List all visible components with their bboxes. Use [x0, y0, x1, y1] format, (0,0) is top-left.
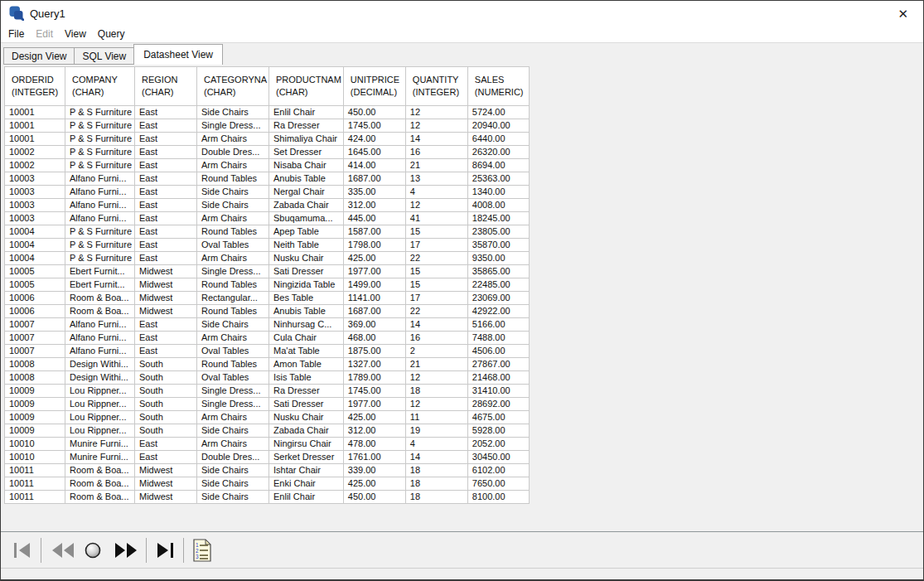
table-row[interactable]: 10009 Lou Rippner... South Single Dress.…: [5, 385, 530, 398]
table-row[interactable]: 10002 P & S Furniture East Arm Chairs Ni…: [5, 159, 530, 172]
cell-region[interactable]: Midwest: [135, 278, 197, 292]
cell-quantity[interactable]: 15: [405, 225, 467, 239]
cell-sales[interactable]: 28692.00: [467, 398, 529, 411]
cell-company[interactable]: Alfano Furni...: [65, 186, 135, 199]
cell-quantity[interactable]: 16: [405, 146, 467, 159]
cell-unitprice[interactable]: 1645.00: [343, 146, 405, 159]
cell-orderid[interactable]: 10006: [5, 292, 65, 305]
cell-quantity[interactable]: 18: [405, 477, 467, 491]
cell-productname[interactable]: Zabada Chair: [269, 199, 344, 212]
menu-file[interactable]: File: [2, 27, 30, 41]
cell-productname[interactable]: Shimaliya Chair: [269, 133, 344, 146]
cell-region[interactable]: South: [135, 371, 197, 385]
first-record-button[interactable]: [11, 540, 34, 560]
cell-orderid[interactable]: 10002: [5, 146, 65, 159]
cell-unitprice[interactable]: 1499.00: [343, 278, 405, 292]
table-row[interactable]: 10001 P & S Furniture East Single Dress.…: [5, 119, 530, 133]
cell-company[interactable]: Room & Boa...: [65, 464, 135, 477]
cell-company[interactable]: P & S Furniture: [65, 119, 135, 133]
menu-query[interactable]: Query: [92, 27, 131, 41]
cell-orderid[interactable]: 10001: [5, 119, 65, 133]
cell-sales[interactable]: 2052.00: [467, 438, 529, 451]
table-row[interactable]: 10010 Munire Furni... East Double Dres..…: [5, 451, 530, 464]
cell-unitprice[interactable]: 1875.00: [343, 345, 405, 358]
cell-region[interactable]: East: [135, 438, 197, 451]
cell-company[interactable]: Alfano Furni...: [65, 318, 135, 332]
cell-productname[interactable]: Nusku Chair: [269, 411, 344, 424]
cell-unitprice[interactable]: 1745.00: [343, 119, 405, 133]
cell-company[interactable]: Alfano Furni...: [65, 212, 135, 225]
cell-region[interactable]: East: [135, 199, 197, 212]
cell-unitprice[interactable]: 1745.00: [343, 385, 405, 398]
cell-quantity[interactable]: 4: [405, 186, 467, 199]
cell-company[interactable]: P & S Furniture: [65, 225, 135, 239]
cell-quantity[interactable]: 18: [405, 464, 467, 477]
cell-sales[interactable]: 26320.00: [467, 146, 529, 159]
cell-company[interactable]: Alfano Furni...: [65, 332, 135, 345]
table-row[interactable]: 10006 Room & Boa... Midwest Rectangular.…: [5, 292, 530, 305]
cell-unitprice[interactable]: 339.00: [343, 464, 405, 477]
cell-orderid[interactable]: 10008: [5, 358, 65, 371]
cell-company[interactable]: Ebert Furnit...: [65, 278, 135, 292]
cell-orderid[interactable]: 10011: [5, 464, 65, 477]
cell-region[interactable]: Midwest: [135, 464, 197, 477]
cell-company[interactable]: Room & Boa...: [65, 491, 135, 504]
cell-orderid[interactable]: 10001: [5, 106, 65, 119]
col-header-region[interactable]: REGION (CHAR): [135, 67, 197, 106]
cell-sales[interactable]: 5166.00: [467, 318, 529, 332]
cell-region[interactable]: Midwest: [135, 477, 197, 491]
cell-productname[interactable]: Sati Dresser: [269, 398, 344, 411]
cell-categoryname[interactable]: Side Chairs: [197, 491, 269, 504]
cell-categoryname[interactable]: Round Tables: [197, 225, 269, 239]
cell-region[interactable]: East: [135, 345, 197, 358]
cell-quantity[interactable]: 14: [405, 133, 467, 146]
cell-categoryname[interactable]: Arm Chairs: [197, 212, 269, 225]
cell-sales[interactable]: 1340.00: [467, 186, 529, 199]
cell-sales[interactable]: 23805.00: [467, 225, 529, 239]
cell-productname[interactable]: Neith Table: [269, 239, 344, 252]
cell-company[interactable]: Design Withi...: [65, 371, 135, 385]
cell-sales[interactable]: 30450.00: [467, 451, 529, 464]
cell-sales[interactable]: 21468.00: [467, 371, 529, 385]
cell-orderid[interactable]: 10007: [5, 332, 65, 345]
cell-region[interactable]: East: [135, 146, 197, 159]
cell-productname[interactable]: Ningirsu Chair: [269, 438, 344, 451]
table-row[interactable]: 10006 Room & Boa... Midwest Round Tables…: [5, 305, 530, 318]
cell-orderid[interactable]: 10009: [5, 398, 65, 411]
cell-quantity[interactable]: 21: [405, 159, 467, 172]
cell-region[interactable]: South: [135, 424, 197, 438]
cell-categoryname[interactable]: Arm Chairs: [197, 411, 269, 424]
cell-company[interactable]: P & S Furniture: [65, 252, 135, 265]
cell-region[interactable]: East: [135, 225, 197, 239]
cell-company[interactable]: P & S Furniture: [65, 159, 135, 172]
cell-productname[interactable]: Nusku Chair: [269, 252, 344, 265]
cell-orderid[interactable]: 10004: [5, 239, 65, 252]
cell-productname[interactable]: Set Dresser: [269, 146, 344, 159]
cell-region[interactable]: East: [135, 332, 197, 345]
cell-categoryname[interactable]: Oval Tables: [197, 239, 269, 252]
cell-orderid[interactable]: 10005: [5, 278, 65, 292]
cell-region[interactable]: East: [135, 318, 197, 332]
cell-region[interactable]: East: [135, 252, 197, 265]
cell-sales[interactable]: 35870.00: [467, 239, 529, 252]
cell-quantity[interactable]: 15: [405, 265, 467, 278]
cell-region[interactable]: South: [135, 385, 197, 398]
cell-unitprice[interactable]: 335.00: [343, 186, 405, 199]
cell-quantity[interactable]: 13: [405, 172, 467, 186]
col-header-unitprice[interactable]: UNITPRICE (DECIMAL): [343, 67, 405, 106]
menu-view[interactable]: View: [59, 27, 92, 41]
cell-quantity[interactable]: 17: [405, 239, 467, 252]
cell-orderid[interactable]: 10007: [5, 318, 65, 332]
cell-sales[interactable]: 6102.00: [467, 464, 529, 477]
record-list-button[interactable]: 1 2 3: [191, 537, 214, 564]
cell-unitprice[interactable]: 1327.00: [343, 358, 405, 371]
cell-unitprice[interactable]: 1977.00: [343, 398, 405, 411]
cell-company[interactable]: Munire Furni...: [65, 438, 135, 451]
cell-orderid[interactable]: 10003: [5, 212, 65, 225]
cell-company[interactable]: P & S Furniture: [65, 106, 135, 119]
cell-orderid[interactable]: 10004: [5, 252, 65, 265]
cell-quantity[interactable]: 41: [405, 212, 467, 225]
table-row[interactable]: 10009 Lou Rippner... South Single Dress.…: [5, 398, 530, 411]
table-row[interactable]: 10011 Room & Boa... Midwest Side Chairs …: [5, 491, 530, 504]
close-button[interactable]: ✕: [894, 6, 912, 22]
